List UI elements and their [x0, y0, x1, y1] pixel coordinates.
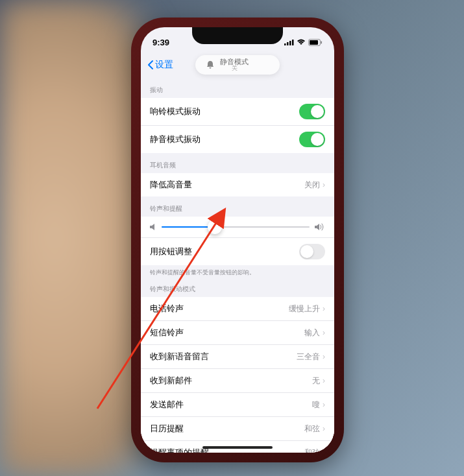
section-header-headphone: 耳机音频	[141, 153, 334, 173]
volume-slider[interactable]	[162, 226, 310, 228]
slider-thumb[interactable]	[208, 220, 222, 234]
chevron-right-icon: ›	[323, 328, 325, 337]
settings-list[interactable]: 振动 响铃模式振动 静音模式振动 耳机音频 降低高音量 关闭› 铃声和提醒	[141, 78, 334, 453]
row-label: 收到新邮件	[150, 375, 192, 387]
row-voicemail[interactable]: 收到新语音留言 三全音›	[141, 345, 334, 369]
svg-rect-3	[292, 40, 294, 45]
chevron-right-icon: ›	[323, 424, 325, 433]
row-label: 响铃模式振动	[150, 106, 201, 117]
home-indicator[interactable]	[202, 446, 273, 449]
row-text-tone[interactable]: 短信铃声 输入›	[141, 321, 334, 345]
banner-subtitle: 关	[232, 65, 238, 72]
row-button-adjust[interactable]: 用按钮调整	[141, 238, 334, 265]
toggle-silent-vibrate[interactable]	[299, 132, 325, 147]
bell-icon	[206, 60, 215, 69]
row-calendar[interactable]: 日历提醒 和弦›	[141, 417, 334, 441]
svg-rect-0	[284, 43, 286, 45]
volume-slider-row	[141, 217, 334, 238]
row-silent-vibrate[interactable]: 静音模式振动	[141, 126, 334, 153]
row-label: 短信铃声	[150, 327, 184, 339]
nav-bar: 设置 静音模式 关	[141, 52, 334, 78]
chevron-right-icon: ›	[323, 376, 325, 385]
svg-rect-2	[289, 41, 291, 45]
row-ring-vibrate[interactable]: 响铃模式振动	[141, 98, 334, 126]
chevron-right-icon: ›	[323, 180, 325, 189]
row-reduce-loud[interactable]: 降低高音量 关闭›	[141, 173, 334, 196]
row-value: 三全音	[297, 351, 320, 363]
screen: 9:39 设置 静音模式 关 振动	[141, 27, 334, 453]
row-label: 静音模式振动	[150, 134, 201, 145]
battery-icon	[308, 39, 323, 46]
row-label: 用按钮调整	[150, 246, 192, 257]
chevron-right-icon: ›	[323, 352, 325, 361]
svg-rect-6	[321, 41, 323, 43]
signal-icon	[284, 39, 294, 45]
toggle-button-adjust[interactable]	[299, 244, 325, 259]
row-label: 收到新语音留言	[150, 351, 209, 363]
svg-rect-1	[287, 42, 289, 45]
silent-mode-banner: 静音模式 关	[195, 55, 280, 75]
row-new-mail[interactable]: 收到新邮件 无›	[141, 369, 334, 393]
svg-rect-5	[310, 40, 318, 45]
chevron-right-icon: ›	[323, 448, 325, 453]
wifi-icon	[297, 39, 306, 45]
row-value: 嗖	[312, 399, 320, 411]
row-label: 日历提醒	[150, 423, 184, 434]
chevron-right-icon: ›	[323, 304, 325, 313]
row-value: 关闭	[304, 180, 320, 191]
row-label: 发送邮件	[150, 399, 184, 411]
chevron-left-icon	[147, 60, 154, 70]
row-value: 缓慢上升	[289, 303, 320, 315]
back-label: 设置	[155, 59, 173, 71]
iphone-frame: 9:39 设置 静音模式 关 振动	[133, 19, 342, 460]
status-time: 9:39	[153, 38, 169, 47]
section-header-vibration: 振动	[141, 78, 334, 98]
back-button[interactable]: 设置	[147, 59, 173, 71]
section-header-ringer: 铃声和提醒	[141, 196, 334, 217]
row-value: 和弦	[304, 447, 320, 453]
row-value: 和弦	[304, 423, 320, 434]
row-value: 输入	[304, 327, 320, 339]
section-header-patterns: 铃声和振动模式	[141, 277, 334, 297]
row-label: 电话铃声	[150, 303, 184, 315]
notch	[192, 27, 283, 44]
row-label: 提醒事项的提醒	[150, 447, 209, 453]
row-value: 无	[312, 375, 320, 387]
toggle-ring-vibrate[interactable]	[299, 104, 325, 119]
row-sent-mail[interactable]: 发送邮件 嗖›	[141, 393, 334, 417]
row-ringtone[interactable]: 电话铃声 缓慢上升›	[141, 297, 334, 321]
chevron-right-icon: ›	[323, 400, 325, 409]
volume-high-icon	[315, 223, 325, 231]
volume-low-icon	[150, 223, 156, 231]
row-label: 降低高音量	[150, 179, 192, 191]
section-footer: 铃声和提醒的音量不受音量按钮的影响。	[141, 265, 334, 277]
